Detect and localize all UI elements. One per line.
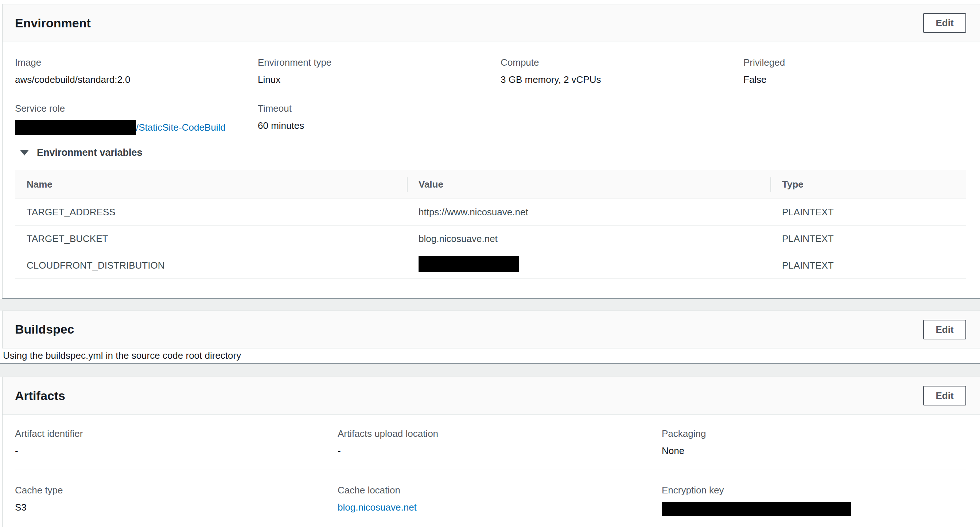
artifacts-fields-row-2: Cache type S3 Cache location blog.nicosu… [15,485,966,518]
buildspec-card: Buildspec Edit Using the buildspec.yml i… [0,311,980,364]
cell-name: TARGET_ADDRESS [15,206,407,218]
field-value: S3 [15,501,337,513]
field-label: Environment type [258,57,501,68]
cell-name: CLOUDFRONT_DISTRIBUTION [15,260,407,271]
field-label: Cache location [337,485,662,496]
field-value: False [743,74,966,85]
artifacts-fields-row-1: Artifact identifier - Artifacts upload l… [15,428,966,457]
service-role-link[interactable]: /StaticSite-CodeBuild [136,121,226,133]
field-label: Image [15,57,258,68]
artifacts-card: Artifacts Edit Artifact identifier - Art… [2,377,980,527]
field-image: Image aws/codebuild/standard:2.0 [15,57,258,85]
environment-card: Environment Edit Image aws/codebuild/sta… [2,4,980,299]
field-label: Packaging [662,428,966,439]
field-label: Encryption key [662,485,966,496]
cell-value: blog.nicosuave.net [407,233,770,244]
environment-variables-table: Name Value Type TARGET_ADDRESS https://w… [15,170,966,279]
cache-location-link[interactable]: blog.nicosuave.net [337,502,417,513]
field-cache-location: Cache location blog.nicosuave.net [337,485,662,518]
cell-value [407,256,770,275]
buildspec-edit-button[interactable]: Edit [923,320,966,339]
cell-name: TARGET_BUCKET [15,233,407,244]
section-gap [0,364,980,377]
buildspec-title: Buildspec [15,322,74,337]
field-label: Artifact identifier [15,428,337,439]
buildspec-body: Using the buildspec.yml in the source co… [0,348,980,364]
column-header-type: Type [770,170,966,198]
table-row-cloudfront-distribution: CLOUDFRONT_DISTRIBUTION PLAINTEXT [15,252,966,279]
field-value [662,501,966,518]
cell-type: PLAINTEXT [770,206,966,218]
artifacts-header: Artifacts Edit [3,377,980,415]
field-packaging: Packaging None [662,428,966,457]
environment-edit-button[interactable]: Edit [923,13,966,33]
field-privileged: Privileged False [743,57,966,85]
buildspec-header: Buildspec Edit [2,311,980,348]
environment-title: Environment [15,16,91,30]
field-artifact-identifier: Artifact identifier - [15,428,337,457]
environment-body: Image aws/codebuild/standard:2.0 Environ… [3,42,980,298]
cell-type: PLAINTEXT [770,233,966,244]
buildspec-description: Using the buildspec.yml in the source co… [3,350,241,361]
artifacts-row-divider [15,469,966,470]
table-header-row: Name Value Type [15,170,966,199]
column-header-value: Value [407,170,770,198]
field-value: aws/codebuild/standard:2.0 [15,74,258,85]
field-value: - [337,445,662,457]
environment-header: Environment Edit [3,5,980,42]
field-label: Compute [501,57,743,68]
field-value: 3 GB memory, 2 vCPUs [501,74,743,85]
field-compute: Compute 3 GB memory, 2 vCPUs [501,57,743,85]
artifacts-title: Artifacts [15,389,65,403]
field-service-role: Service role /StaticSite-CodeBuild [15,103,258,135]
section-gap [0,299,980,311]
field-label: Service role [15,103,258,114]
field-label: Timeout [258,103,501,114]
field-artifacts-upload-location: Artifacts upload location - [337,428,662,457]
field-label: Privileged [743,57,966,68]
column-header-name: Name [15,170,407,198]
field-value: 60 minutes [258,120,501,131]
redacted-distribution-value [418,256,519,272]
caret-down-icon [20,150,29,155]
field-environment-type: Environment type Linux [258,57,501,85]
field-timeout: Timeout 60 minutes [258,103,501,135]
field-value: blog.nicosuave.net [337,501,662,513]
environment-variables-expander[interactable]: Environment variables [15,147,143,158]
artifacts-edit-button[interactable]: Edit [923,386,966,406]
table-row-target-address: TARGET_ADDRESS https://www.nicosuave.net… [15,199,966,225]
field-encryption-key: Encryption key [662,485,966,518]
cell-value: https://www.nicosuave.net [407,206,770,218]
field-value: - [15,445,337,457]
artifacts-body: Artifact identifier - Artifacts upload l… [3,415,980,527]
field-value: Linux [258,74,501,85]
field-value: None [662,445,966,457]
cell-type: PLAINTEXT [770,260,966,271]
environment-fields-row-2: Service role /StaticSite-CodeBuild Timeo… [15,103,966,135]
table-row-target-bucket: TARGET_BUCKET blog.nicosuave.net PLAINTE… [15,225,966,252]
field-label: Cache type [15,485,337,496]
redacted-service-role-arn [15,120,136,135]
field-cache-type: Cache type S3 [15,485,337,518]
environment-variables-label: Environment variables [37,147,143,158]
environment-fields-row-1: Image aws/codebuild/standard:2.0 Environ… [15,57,966,85]
redacted-encryption-key [662,502,851,516]
field-value: /StaticSite-CodeBuild [15,120,258,135]
field-label: Artifacts upload location [337,428,662,439]
